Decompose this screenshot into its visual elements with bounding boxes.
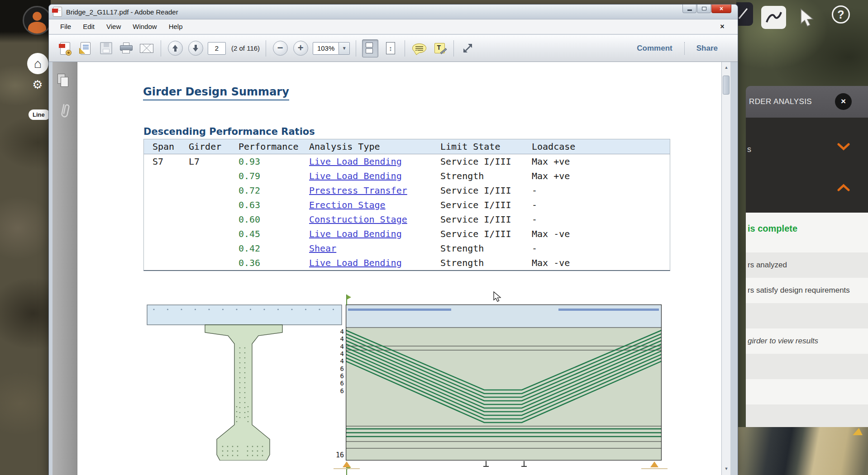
analysis-type-link[interactable]: Live Load Bending: [309, 171, 402, 181]
panel-title: RDER ANALYSIS: [749, 97, 812, 106]
print-button[interactable]: [118, 39, 134, 57]
girder-cell: L7: [189, 154, 238, 169]
sketch-tool-button[interactable]: [761, 6, 786, 29]
result-row-analyzed[interactable]: rs analyzed: [746, 252, 868, 278]
pdf-document-icon: [53, 7, 62, 17]
restore-icon: [702, 7, 706, 10]
menu-item[interactable]: View: [100, 19, 127, 34]
menu-item[interactable]: Window: [127, 19, 162, 34]
menu-item[interactable]: Edit: [77, 19, 100, 34]
comment-bubble-button[interactable]: [411, 39, 427, 57]
strand-count-labels: 444446666: [335, 328, 344, 394]
zoom-in-button[interactable]: +: [292, 39, 309, 57]
span-cell: S7: [153, 154, 189, 169]
menu-item[interactable]: File: [54, 19, 77, 34]
scrolling-mode-button[interactable]: [362, 39, 378, 57]
table-row: 0.72 Prestress Transfer Service I/III -: [144, 183, 670, 198]
analysis-type-link[interactable]: Shear: [309, 243, 336, 254]
analysis-type-link[interactable]: Live Load Bending: [309, 156, 402, 167]
plus-icon: +: [293, 41, 308, 56]
cursor-tool-button[interactable]: [797, 8, 816, 28]
page-thumbnails-icon[interactable]: [56, 74, 74, 90]
panel-text-fragment: s: [747, 145, 751, 154]
menu-item[interactable]: Help: [163, 19, 189, 34]
panel-results-section: is complete rs analyzed rs satisfy desig…: [746, 213, 868, 427]
loadcase-cell: Max -ve: [532, 256, 670, 270]
pen-icon: [737, 6, 751, 21]
print-icon: [120, 43, 133, 54]
window-titlebar[interactable]: Bridge_2_G1L17.pdf - Adobe Reader ×: [49, 5, 738, 19]
home-button[interactable]: ⌂: [27, 53, 48, 74]
save-icon: [100, 42, 112, 54]
restore-button[interactable]: [697, 5, 711, 13]
scroll-down-icon[interactable]: ▼: [722, 464, 731, 473]
performance-cell: 0.36: [238, 256, 309, 270]
chevron-down-icon: ▼: [342, 46, 347, 51]
settings-gear-button[interactable]: ⚙: [31, 78, 44, 91]
result-row-satisfy[interactable]: rs satisfy design requirements: [746, 278, 868, 303]
fullscreen-button[interactable]: [460, 39, 476, 57]
text-note-icon: T: [434, 43, 445, 53]
pdf-page[interactable]: Girder Design Summary Descending Perform…: [77, 62, 721, 475]
open-file-button[interactable]: [77, 39, 94, 57]
close-button[interactable]: ×: [711, 5, 731, 13]
page-count-label: (2 of 116): [231, 44, 260, 52]
save-button[interactable]: [98, 39, 114, 57]
loadcase-cell: -: [532, 183, 670, 198]
comment-panel-button[interactable]: Comment: [625, 44, 684, 53]
comment-bubble-icon: [412, 43, 426, 53]
zoom-out-button[interactable]: −: [272, 39, 288, 57]
share-panel-button[interactable]: Share: [685, 44, 730, 53]
performance-cell: 0.42: [238, 241, 309, 256]
scrollbar-thumb[interactable]: [723, 76, 730, 95]
table-row: 0.36 Live Load Bending Strength Max -ve: [144, 256, 670, 270]
gear-icon: ⚙: [32, 78, 43, 91]
page-number-input[interactable]: 2: [208, 42, 226, 55]
email-icon: [140, 44, 153, 53]
text-annotation-button[interactable]: T: [431, 39, 448, 57]
chevron-down-icon[interactable]: [837, 143, 850, 151]
convert-pdf-button[interactable]: [57, 39, 73, 57]
left-support-icon: [343, 461, 351, 467]
home-icon: ⌂: [34, 57, 42, 71]
girder-analysis-panel: RDER ANALYSIS × s is complete rs analyze…: [746, 86, 868, 427]
attachments-paperclip-icon[interactable]: [56, 101, 73, 121]
vertical-scrollbar[interactable]: ▲ ▼: [721, 62, 730, 475]
mouse-cursor: [493, 291, 504, 303]
table-row: 0.79 Live Load Bending Strength Max +ve: [144, 169, 670, 183]
continuous-scroll-icon: [366, 43, 375, 54]
previous-page-button[interactable]: [167, 39, 183, 57]
analysis-type-link[interactable]: Erection Stage: [309, 200, 386, 210]
email-button[interactable]: [138, 39, 155, 57]
chevron-up-icon[interactable]: [837, 184, 850, 191]
right-support-icon: [650, 461, 658, 467]
analysis-type-link[interactable]: Construction Stage: [309, 214, 407, 225]
zoom-dropdown-button[interactable]: ▼: [339, 42, 350, 55]
menubar: FileEditViewWindowHelp: [49, 19, 738, 34]
cursor-arrow-icon: [797, 8, 816, 28]
fit-page-button[interactable]: ↕: [382, 39, 399, 57]
next-page-button[interactable]: [187, 39, 204, 57]
analysis-type-link[interactable]: Prestress Transfer: [309, 185, 407, 196]
line-tool-chip[interactable]: Line: [29, 109, 50, 120]
bridge-photo-background: [736, 427, 868, 475]
strand-count-label: 4: [335, 328, 344, 335]
help-button[interactable]: ?: [832, 5, 850, 24]
table-header-cell: Loadcase: [532, 139, 670, 154]
analysis-type-link[interactable]: Live Load Bending: [309, 228, 402, 239]
menubar-close-icon[interactable]: ×: [718, 19, 727, 34]
support-marker-glimpse: [853, 428, 863, 435]
panel-close-button[interactable]: ×: [835, 93, 852, 110]
user-avatar-button[interactable]: [23, 6, 52, 35]
panel-dark-section: s: [746, 118, 868, 213]
zoom-level-input[interactable]: 103%: [313, 42, 339, 55]
span-cell: [153, 212, 189, 227]
analysis-type-link[interactable]: Live Load Bending: [309, 257, 402, 268]
partial-tool-icon[interactable]: [736, 2, 753, 26]
performance-cell: 0.63: [238, 198, 309, 212]
scroll-up-icon[interactable]: ▲: [722, 63, 731, 72]
table-row: 0.60 Construction Stage Service I/III -: [144, 212, 670, 227]
minimize-button[interactable]: [682, 5, 696, 13]
navigation-pane: [52, 62, 77, 475]
performance-cell: 0.93: [238, 154, 309, 169]
